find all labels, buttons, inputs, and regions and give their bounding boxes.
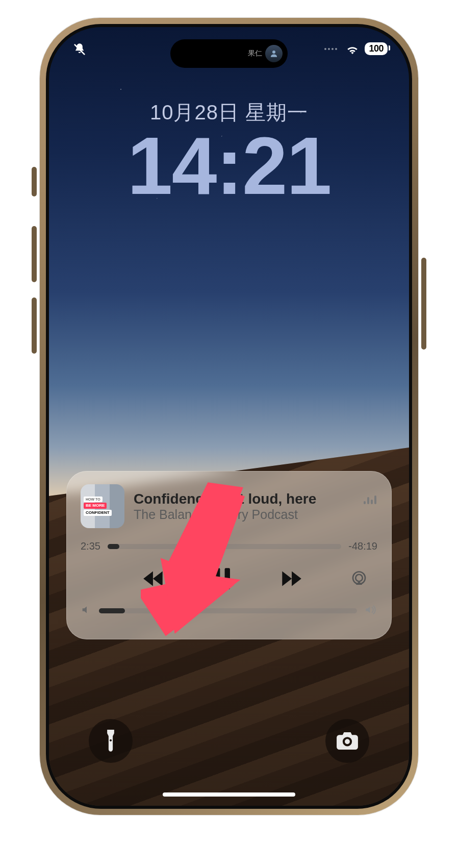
volume-fill <box>99 608 125 613</box>
artwork-badge: BE MORE <box>84 503 107 509</box>
svg-rect-3 <box>225 568 230 589</box>
skip-forward-button[interactable] <box>274 562 307 595</box>
island-app-label: 果仁 <box>248 49 262 58</box>
time-elapsed: 2:35 <box>81 540 100 552</box>
mute-switch[interactable] <box>32 167 37 196</box>
volume-down-button[interactable] <box>32 297 37 354</box>
island-avatar-icon <box>265 45 283 62</box>
volume-slider[interactable] <box>99 608 357 613</box>
multitask-dots-icon <box>324 48 337 50</box>
podcast-name: The Balance Theory Podcast <box>134 507 377 522</box>
wifi-icon <box>345 43 360 55</box>
episode-artwork: HOW TO BE MORE CONFIDENT <box>81 484 124 528</box>
now-playing-card[interactable]: HOW TO BE MORE CONFIDENT Confidence isn'… <box>66 471 392 639</box>
artwork-badge: CONFIDENT <box>84 510 112 516</box>
dynamic-island[interactable]: 果仁 <box>170 39 288 68</box>
side-button[interactable] <box>421 258 426 350</box>
svg-point-1 <box>272 51 275 54</box>
volume-high-icon <box>364 604 377 617</box>
svg-rect-2 <box>215 568 220 589</box>
bell-slash-icon <box>72 42 87 57</box>
battery-indicator: 100 <box>365 42 388 55</box>
volume-low-icon <box>81 604 92 617</box>
skip-back-button[interactable] <box>138 562 170 595</box>
camera-button[interactable] <box>325 719 369 763</box>
flashlight-button[interactable] <box>89 719 133 763</box>
scrubber-fill <box>108 544 119 549</box>
lock-time: 14:21 <box>49 119 409 213</box>
audio-waveform-icon <box>364 494 377 504</box>
airplay-button[interactable] <box>343 562 375 595</box>
playback-scrubber[interactable] <box>108 544 341 549</box>
pause-button[interactable] <box>206 562 239 595</box>
time-remaining: -48:19 <box>348 540 377 552</box>
svg-point-5 <box>355 575 363 582</box>
volume-up-button[interactable] <box>32 226 37 282</box>
episode-title: Confidence isn't loud, here <box>134 491 316 507</box>
artwork-badge: HOW TO <box>84 497 103 502</box>
home-indicator[interactable] <box>163 792 295 797</box>
